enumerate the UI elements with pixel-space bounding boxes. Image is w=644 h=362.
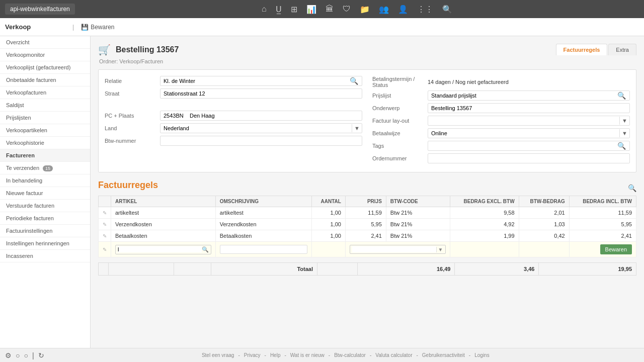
edit-icon-0[interactable]: ✎ xyxy=(103,210,107,216)
input-tags-field[interactable] xyxy=(428,141,630,151)
factuurregels-title: Factuurregels xyxy=(98,180,158,191)
col-bedrag-excl: BEDRAG EXCL. BTW xyxy=(450,196,519,207)
grid-icon[interactable]: ⊞ xyxy=(291,5,297,14)
footer-link-valuta[interactable]: Valuta calculator xyxy=(375,352,412,358)
factuurregels-search-icon[interactable]: 🔍 xyxy=(628,184,636,192)
footer-link-nieuw[interactable]: Wat is er nieuw xyxy=(290,352,325,358)
input-tags[interactable]: 🔍 xyxy=(428,141,630,151)
footer-link-help[interactable]: Help xyxy=(270,352,281,358)
breadcrumb-label: Bewaren xyxy=(91,24,114,31)
sidebar-item-verstuurde[interactable]: Verstuurde facturen xyxy=(0,200,90,212)
bewaren-button[interactable]: Bewaren xyxy=(600,244,632,254)
form-row-empty xyxy=(105,101,362,108)
sidebar-item-verkoopfacturen[interactable]: Verkoopfacturen xyxy=(0,86,90,99)
underline-icon[interactable]: U̲ xyxy=(276,5,282,14)
building-icon[interactable]: 🏛 xyxy=(326,5,334,14)
sidebar-item-nieuwe-factuur[interactable]: Nieuwe factuur xyxy=(0,187,90,200)
input-ordernummer[interactable] xyxy=(428,153,630,163)
row-edit-2[interactable]: ✎ xyxy=(99,230,111,242)
input-land-field[interactable] xyxy=(160,124,352,133)
separator: | xyxy=(72,24,74,31)
new-artikel-search-icon[interactable]: 🔍 xyxy=(202,246,209,253)
new-row-artikel[interactable]: 🔍 xyxy=(111,242,216,257)
sidebar-item-in-behandeling[interactable]: In behandeling xyxy=(0,174,90,187)
sidebar-item-saldijst[interactable]: Saldijst xyxy=(0,99,90,112)
new-artikel-input[interactable] xyxy=(118,246,202,252)
footer-link-logins[interactable]: Logins xyxy=(474,352,489,358)
row-edit-1[interactable]: ✎ xyxy=(99,219,111,230)
input-straat[interactable] xyxy=(160,88,362,99)
sidebar-item-factuurinstellingen[interactable]: Factuurinstellingen xyxy=(0,225,90,237)
sidebar-item-onbetaalde[interactable]: Onbetaalde facturen xyxy=(0,74,90,86)
footer-icon-2[interactable]: ○ xyxy=(16,351,20,359)
new-row-prijs[interactable]: ▼ xyxy=(345,242,450,257)
dropdown-arrow-layout[interactable]: ▼ xyxy=(619,117,629,125)
footer-icon-1[interactable]: ⚙ xyxy=(5,351,12,359)
dropdown-arrow-betaalwijze[interactable]: ▼ xyxy=(619,129,629,137)
input-prijslijst-field[interactable] xyxy=(428,90,630,101)
search-relatie-icon[interactable]: 🔍 xyxy=(350,77,358,85)
sidebar-item-te-verzenden[interactable]: Te verzenden 15 xyxy=(0,162,90,174)
footer-link-privacy[interactable]: Privacy xyxy=(244,352,261,358)
input-betaalwijze-field[interactable] xyxy=(428,129,619,138)
edit-icon-1[interactable]: ✎ xyxy=(103,222,107,227)
sidebar-item-verkoophistorie[interactable]: Verkoophistorie xyxy=(0,137,90,149)
input-relatie[interactable]: 🔍 xyxy=(160,76,362,86)
input-pc[interactable] xyxy=(160,111,362,121)
search-tags-icon[interactable]: 🔍 xyxy=(617,142,626,150)
form-row-prijslijst: Prijslijst 🔍 xyxy=(372,90,630,101)
new-row-edit: ✎ xyxy=(99,242,111,257)
sidebar-item-verkoopmonitor[interactable]: Verkoopmonitor xyxy=(0,49,90,61)
search-icon[interactable]: 🔍 xyxy=(442,5,452,14)
section-title: Verkoop xyxy=(5,23,65,31)
edit-icon-2[interactable]: ✎ xyxy=(103,233,107,239)
footer-link-btw-calc[interactable]: Btw-calculator xyxy=(334,352,366,358)
new-row-aantal[interactable] xyxy=(312,242,346,257)
input-onderwerp[interactable] xyxy=(428,103,630,113)
footer-icon-5[interactable]: ↻ xyxy=(38,351,44,359)
input-betaalwijze[interactable]: ▼ xyxy=(428,128,630,138)
sidebar-item-prijslijsten[interactable]: Prijslijsten xyxy=(0,112,90,124)
col-omschrijving: OMSCHRIJVING xyxy=(215,196,312,207)
footer-icon-3[interactable]: ○ xyxy=(24,351,28,359)
sidebar-item-overzicht[interactable]: Overzicht xyxy=(0,36,90,49)
footer-icon-4[interactable]: | xyxy=(32,351,34,359)
input-btwnummer[interactable] xyxy=(160,136,362,146)
footer-sep-6: - xyxy=(416,352,418,358)
new-row-incl[interactable]: Bewaren xyxy=(569,242,636,257)
sidebar-item-verkooplijst[interactable]: Verkooplijst (gefactureerd) xyxy=(0,61,90,74)
sidebar-item-incasseren[interactable]: Incasseren xyxy=(0,250,90,262)
label-tags: Tags xyxy=(372,143,428,149)
search-prijslijst-icon[interactable]: 🔍 xyxy=(617,92,626,100)
tab-extra[interactable]: Extra xyxy=(608,44,636,55)
new-omschrijving-input[interactable] xyxy=(220,245,308,254)
totaal-empty-2 xyxy=(109,263,174,276)
input-factuur-layout-field[interactable] xyxy=(428,116,619,125)
row-edit-0[interactable]: ✎ xyxy=(99,207,111,219)
chart-icon[interactable]: 📊 xyxy=(306,5,316,14)
label-prijslijst: Prijslijst xyxy=(372,93,428,99)
footer-link-gebruikers[interactable]: Gebruikersactiviteit xyxy=(422,352,465,358)
sidebar-item-periodieke[interactable]: Periodieke facturen xyxy=(0,212,90,225)
input-factuur-layout[interactable]: ▼ xyxy=(428,116,630,126)
sidebar-item-instellingen-herinneringen[interactable]: Instellingen herinneringen xyxy=(0,237,90,250)
input-relatie-field[interactable] xyxy=(160,76,362,86)
dropdown-arrow-land[interactable]: ▼ xyxy=(352,124,362,132)
person-icon[interactable]: 👤 xyxy=(398,5,408,14)
totaal-table: Totaal 16,49 3,46 19,95 xyxy=(98,262,636,276)
new-prijs-arrow[interactable]: ▼ xyxy=(436,247,443,252)
tab-factuurregels[interactable]: Factuurregels xyxy=(556,44,608,55)
users-icon[interactable]: 👥 xyxy=(379,5,389,14)
input-land[interactable]: ▼ xyxy=(160,123,362,133)
new-prijs-input[interactable] xyxy=(352,246,436,252)
home-icon[interactable]: ⌂ xyxy=(262,5,267,14)
footer-link-vraag[interactable]: Stel een vraag xyxy=(202,352,234,358)
sidebar-item-verkoopartikelen[interactable]: Verkoopartikelen xyxy=(0,124,90,137)
form-row-betalingstermijn: Betalingstermijn / Status 14 dagen / Nog… xyxy=(372,76,630,88)
folder-icon[interactable]: 📁 xyxy=(360,5,370,14)
cell-artikel-0: artikeltest xyxy=(111,207,216,219)
new-row-omschrijving[interactable] xyxy=(215,242,312,257)
shield-icon[interactable]: 🛡 xyxy=(343,5,351,14)
input-prijslijst[interactable]: 🔍 xyxy=(428,90,630,101)
apps-icon[interactable]: ⋮⋮ xyxy=(417,5,433,14)
